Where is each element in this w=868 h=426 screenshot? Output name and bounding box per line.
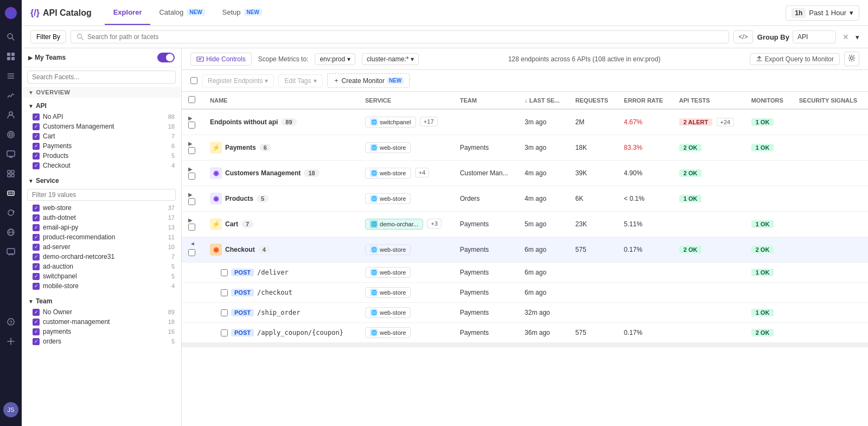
list-item[interactable]: payments 16 [22, 327, 181, 336]
help-nav-icon[interactable]: ? [2, 313, 20, 330]
list-item[interactable]: switchpanel 5 [22, 271, 181, 281]
search-nav-icon[interactable] [2, 28, 20, 46]
header-monitors[interactable]: MONITORS [745, 92, 793, 109]
team-group-title[interactable]: ▼ Team [22, 295, 181, 307]
list-item[interactable]: Payments 6 [22, 141, 181, 151]
team-orders-checkbox[interactable] [33, 338, 40, 345]
api-cart-checkbox[interactable] [33, 133, 40, 140]
list-item[interactable]: demo-orchard-netcore31 7 [22, 252, 181, 262]
create-monitor-button[interactable]: ＋ Create Monitor NEW [327, 73, 410, 88]
svc-adserver-checkbox[interactable] [33, 244, 40, 251]
team-payments-checkbox[interactable] [33, 328, 40, 335]
time-selector[interactable]: 1h Past 1 Hour ▾ [786, 5, 859, 21]
team-custmgmt-checkbox[interactable] [33, 319, 40, 326]
header-error-rate[interactable]: ERROR RATE [617, 92, 673, 109]
list-item[interactable]: Customers Management 18 [22, 122, 181, 131]
select-all-checkbox[interactable] [190, 77, 197, 84]
list-item[interactable]: web-store 37 [22, 203, 181, 213]
svc-emailapi-checkbox[interactable] [33, 224, 40, 231]
row-checkbox[interactable] [188, 147, 195, 154]
list-item[interactable]: No Owner 89 [22, 307, 181, 317]
header-security[interactable]: SECURITY SIGNALS [793, 92, 868, 109]
service-group-title[interactable]: ▼ Service [22, 175, 181, 187]
api-checkout-checkbox[interactable] [33, 162, 40, 169]
header-requests[interactable]: REQUESTS [569, 92, 618, 109]
list-item[interactable]: mobile-store 4 [22, 281, 181, 291]
list-item[interactable]: Cart 7 [22, 131, 181, 141]
list-item[interactable]: ad-auction 5 [22, 262, 181, 271]
filter-service-input[interactable] [27, 189, 176, 201]
tab-catalog[interactable]: Catalog NEW [150, 1, 213, 25]
filter-by-button[interactable]: Filter By [30, 30, 66, 43]
user-nav-icon[interactable] [2, 106, 20, 124]
list-item[interactable]: orders 5 [22, 336, 181, 346]
list-item[interactable]: Products 5 [22, 151, 181, 161]
svc-demoorchard-checkbox[interactable] [33, 253, 40, 260]
svc-productrec-checkbox[interactable] [33, 234, 40, 241]
my-teams-header[interactable]: ▶ My Teams [22, 48, 181, 67]
expand-icon[interactable]: ▶ [188, 115, 197, 121]
header-name[interactable]: NAME [203, 92, 359, 109]
svc-webstore-checkbox[interactable] [33, 205, 40, 212]
row-checkbox[interactable] [221, 269, 228, 276]
row-checkbox[interactable] [188, 249, 195, 256]
row-checkbox[interactable] [221, 289, 228, 296]
api-payments-checkbox[interactable] [33, 143, 40, 150]
api-group-title[interactable]: ▼ API [22, 100, 181, 112]
plus-nav-icon[interactable] [2, 333, 20, 350]
list-item[interactable]: ad-server 10 [22, 242, 181, 252]
my-teams-toggle[interactable] [157, 53, 175, 62]
header-service[interactable]: SERVICE [359, 92, 454, 109]
chat-nav-icon[interactable] [2, 243, 20, 260]
header-checkbox[interactable] [182, 92, 203, 109]
expand-icon[interactable]: ▶ [188, 166, 197, 172]
row-checkbox[interactable] [188, 122, 195, 129]
export-button[interactable]: Export Query to Monitor [750, 53, 840, 65]
list-item[interactable]: customer-management 18 [22, 317, 181, 327]
sync-nav-icon[interactable] [2, 204, 20, 221]
api-customers-checkbox[interactable] [33, 123, 40, 130]
api-nav-icon[interactable] [2, 185, 20, 202]
row-checkbox[interactable] [188, 173, 195, 180]
scope-select-1[interactable]: env:prod ▾ [315, 53, 355, 65]
svc-switchpanel-checkbox[interactable] [33, 273, 40, 280]
api-no-api-checkbox[interactable] [33, 113, 40, 120]
expand-icon[interactable]: ▶ [188, 192, 197, 198]
list-nav-icon[interactable] [2, 67, 20, 85]
api-products-checkbox[interactable] [33, 152, 40, 160]
group-by-input[interactable]: API [793, 30, 836, 43]
settings-button[interactable] [844, 52, 859, 66]
team-noowner-checkbox[interactable] [33, 309, 40, 316]
row-checkbox[interactable] [221, 309, 228, 316]
app-logo[interactable]: 🐾 [2, 4, 20, 22]
expand-icon[interactable]: ▶ [188, 141, 197, 147]
header-team[interactable]: TEAM [454, 92, 518, 109]
list-item[interactable]: auth-dotnet 17 [22, 213, 181, 222]
tab-setup[interactable]: Setup NEW [214, 1, 271, 25]
dashboard-nav-icon[interactable] [2, 48, 20, 65]
user-avatar[interactable]: JS [3, 402, 18, 417]
code-button[interactable]: </> [733, 30, 752, 43]
target-nav-icon[interactable] [2, 126, 20, 143]
tab-explorer[interactable]: Explorer [105, 1, 151, 25]
monitor-nav-icon[interactable] [2, 145, 20, 163]
scope-select-2[interactable]: cluster-name:* ▾ [362, 53, 419, 65]
row-checkbox[interactable] [188, 224, 195, 231]
svc-adauction-checkbox[interactable] [33, 263, 40, 270]
row-checkbox[interactable] [221, 329, 228, 336]
svc-authdotnet-checkbox[interactable] [33, 214, 40, 221]
edit-tags-button[interactable]: Edit Tags ▾ [278, 74, 322, 87]
expand-icon[interactable]: ▶ [188, 217, 197, 223]
list-item[interactable]: No API 88 [22, 112, 181, 122]
search-facets-input[interactable] [27, 71, 176, 84]
clear-group-by-button[interactable]: ✕ [839, 31, 852, 42]
register-endpoints-button[interactable]: Register Endpoints ▾ [202, 74, 274, 87]
header-api-tests[interactable]: API TESTS [673, 92, 745, 109]
list-item[interactable]: Checkout 4 [22, 161, 181, 170]
header-last-seen[interactable]: ↓ LAST SE... [518, 92, 569, 109]
scrollbar[interactable] [182, 343, 868, 347]
expand-icon[interactable]: ▼ [190, 241, 196, 250]
chart-nav-icon[interactable] [2, 87, 20, 104]
svc-mobilestore-checkbox[interactable] [33, 283, 40, 290]
puzzle-nav-icon[interactable] [2, 165, 20, 182]
